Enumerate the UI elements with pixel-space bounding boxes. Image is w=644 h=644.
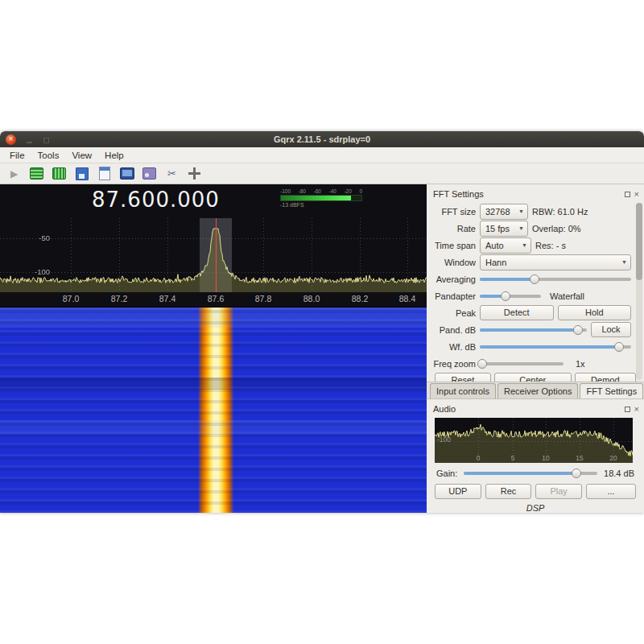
more-button[interactable]: ... (586, 484, 636, 499)
pandapter-split-slider[interactable] (480, 291, 541, 302)
minimize-button[interactable] (26, 136, 33, 143)
rate-label: Rate (431, 224, 476, 233)
scrollbar-thumb[interactable] (636, 203, 642, 280)
meter-fill (281, 196, 351, 200)
play-button[interactable]: Play (535, 484, 582, 499)
rec-button[interactable]: Rec (485, 484, 532, 499)
gain-label: Gain: (436, 469, 457, 478)
peak-detect-button[interactable]: Detect (480, 305, 554, 320)
averaging-slider[interactable] (480, 274, 631, 285)
dsp-label: DSP (427, 503, 644, 513)
chevron-down-icon: ▼ (522, 242, 527, 248)
audio-xtick: 10 (536, 454, 555, 462)
iq-tools-button[interactable]: ✂ (164, 166, 180, 181)
freq-tick: 87.0 (56, 294, 85, 303)
freq-tick: 88.2 (345, 294, 374, 303)
time-span-select[interactable]: Auto ▼ (480, 237, 531, 254)
save-settings-button[interactable] (74, 166, 89, 181)
audio-xtick: 0 (469, 454, 488, 462)
decoder-button[interactable] (142, 166, 157, 181)
menu-file[interactable]: File (3, 149, 31, 162)
close-dock-icon[interactable]: × (634, 190, 639, 199)
slider-thumb (530, 275, 539, 284)
record-iq-button[interactable] (52, 166, 67, 181)
window-buttons: × (0, 134, 50, 145)
remote-control-button[interactable] (119, 166, 134, 181)
audio-title: Audio (433, 404, 456, 414)
freq-tick: 87.8 (249, 294, 278, 303)
float-dock-icon[interactable] (625, 407, 630, 412)
float-dock-icon[interactable] (625, 192, 630, 197)
dock-tabbar: Input controls Receiver Options FFT Sett… (427, 382, 644, 399)
tab-fft-settings[interactable]: FFT Settings (580, 383, 643, 398)
audio-ytick: -100 (437, 436, 451, 444)
lock-button[interactable]: Lock (591, 322, 631, 337)
frequency-scale: 87.0 87.2 87.4 87.6 87.8 88.0 88.2 88.4 (0, 292, 427, 308)
waterfall-label: Waterfall (550, 291, 584, 301)
close-dock-icon[interactable]: × (634, 405, 639, 414)
freq-tick: 88.0 (297, 294, 326, 303)
waterfall-db-slider[interactable] (480, 341, 631, 353)
wf-db-label: Wf. dB (431, 342, 476, 352)
start-dsp-button[interactable]: ▶ (6, 166, 22, 181)
signal-strength-meter: -100 -80 -60 -40 -20 0 -13 dBFS (280, 188, 364, 208)
res-value: Res: - s (535, 241, 566, 250)
peak-label: Peak (431, 308, 476, 318)
freq-zoom-label: Freq zoom (431, 359, 476, 369)
main-content: 87.600.000 -100 -80 -60 -40 -20 0 -13 dB… (0, 184, 644, 513)
udp-button[interactable]: UDP (435, 484, 481, 499)
pan-button[interactable] (187, 166, 202, 181)
waterfall[interactable] (0, 308, 427, 513)
menu-tools[interactable]: Tools (31, 149, 66, 162)
slider-thumb (614, 342, 624, 352)
menu-view[interactable]: View (65, 149, 98, 162)
menu-help[interactable]: Help (98, 149, 130, 162)
slider-thumb (477, 359, 487, 369)
center-button[interactable]: Center (494, 373, 572, 382)
meter-tick: -60 (314, 188, 321, 194)
fft-size-select[interactable]: 32768 ▼ (480, 204, 528, 220)
floppy-icon (76, 167, 89, 180)
maximize-icon (43, 138, 49, 143)
window-label: Window (431, 258, 476, 267)
record-audio-button[interactable] (29, 166, 44, 181)
peak-hold-button[interactable]: Hold (558, 305, 632, 320)
slider-thumb (572, 469, 581, 478)
pandapter-db-slider[interactable] (480, 324, 587, 336)
meter-tick: 0 (359, 188, 362, 194)
play-icon: ▶ (10, 168, 18, 180)
meter-bar (280, 195, 362, 201)
overlap-value: Overlap: 0% (532, 224, 581, 233)
scissors-icon: ✂ (167, 167, 176, 180)
gain-slider[interactable] (464, 468, 597, 479)
gain-row: Gain: 18.4 dB (427, 463, 644, 481)
meter-tick: -40 (328, 188, 336, 194)
audio-spectrum-plot: -100 0 5 10 15 20 (435, 418, 633, 463)
clipboard-icon (99, 167, 110, 180)
frequency-strip: 87.600.000 -100 -80 -60 -40 -20 0 -13 dB… (0, 184, 427, 218)
settings-scrollbar[interactable] (636, 203, 642, 380)
audio-buttons: UDP Rec Play ... (427, 481, 644, 499)
close-button[interactable]: × (6, 134, 16, 145)
rate-select[interactable]: 15 fps ▼ (480, 221, 528, 237)
audio-xtick: 15 (570, 454, 589, 462)
tab-input-controls[interactable]: Input controls (430, 383, 496, 398)
pandapter-label: Pandapter (431, 291, 476, 301)
tab-receiver-options[interactable]: Receiver Options (497, 383, 578, 398)
bookmarks-button[interactable] (97, 166, 112, 181)
chevron-down-icon: ▼ (518, 225, 524, 231)
freq-tick: 87.6 (201, 294, 230, 303)
window-title: Gqrx 2.11.5 - sdrplay=0 (0, 134, 644, 144)
spectrum-plot[interactable]: -50 -100 (0, 218, 427, 292)
monitor-icon (120, 167, 134, 180)
meter-tick: -20 (344, 188, 351, 194)
maximize-button[interactable] (43, 136, 50, 143)
window-select[interactable]: Hann ▼ (480, 254, 631, 270)
pand-db-label: Pand. dB (431, 325, 476, 335)
freq-zoom-slider[interactable] (480, 358, 564, 369)
meter-tick: -100 (280, 188, 291, 194)
demod-button[interactable]: Demod (575, 373, 636, 382)
reset-button[interactable]: Reset (435, 373, 491, 382)
frequency-display[interactable]: 87.600.000 (92, 188, 220, 212)
close-icon: × (9, 135, 14, 143)
